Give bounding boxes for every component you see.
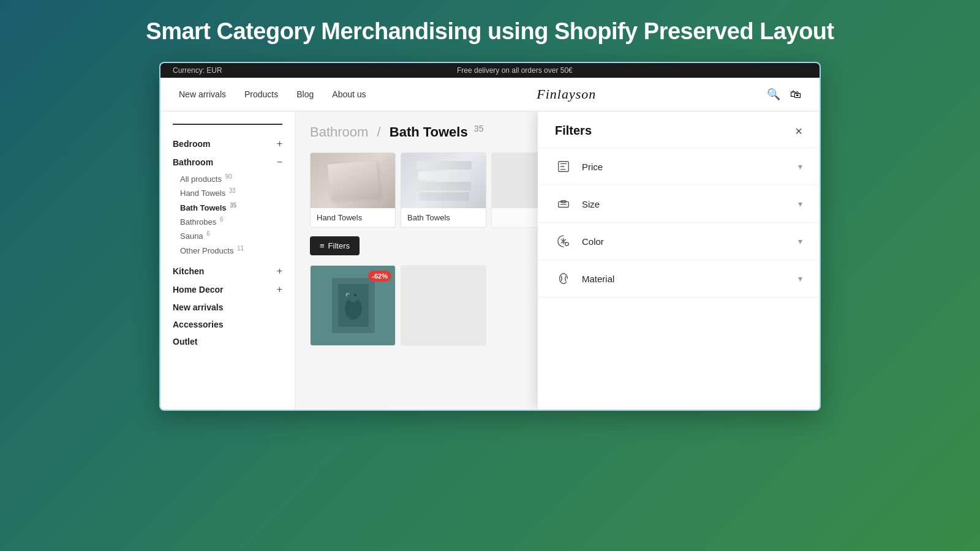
hand-towels-tile-label: Hand Towels <box>311 208 395 227</box>
sidebar-home-decor-label: Home Decor <box>173 285 223 294</box>
sidebar-divider <box>173 124 282 125</box>
nav-new-arrivals[interactable]: New arrivals <box>179 89 226 99</box>
hand-towel-illustration <box>311 153 396 208</box>
color-icon <box>555 233 572 250</box>
sidebar-sub-bath-towels[interactable]: Bath Towels 35 <box>173 200 282 214</box>
store-nav: New arrivals Products Blog About us Finl… <box>160 78 820 111</box>
towel-fold-shape <box>328 160 380 201</box>
material-icon <box>555 270 572 287</box>
sidebar-sub-other[interactable]: Other Products 11 <box>173 243 282 257</box>
sidebar-item-bathroom[interactable]: Bathroom − <box>173 153 282 171</box>
svg-point-2 <box>349 290 358 302</box>
sidebar-new-arrivals-label: New arrivals <box>173 302 224 312</box>
bath-towels-tile-label: Bath Towels <box>401 208 486 227</box>
bird-svg <box>338 284 369 327</box>
towel-stack-3 <box>417 182 471 190</box>
sidebar-home-decor-expand-icon: + <box>277 284 282 295</box>
product-1-image: -62% <box>311 266 396 345</box>
breadcrumb-current: Bath Towels <box>390 124 468 140</box>
main-page-title: Smart Category Merchandising using Shopi… <box>0 18 980 45</box>
nav-right: 🔍 🛍 <box>767 88 801 101</box>
sidebar-item-bedroom[interactable]: Bedroom + <box>173 135 282 153</box>
material-svg <box>557 272 570 285</box>
category-tile-bath-towels[interactable]: Bath Towels <box>401 152 486 228</box>
towel-stack-1 <box>417 161 472 170</box>
color-label: Color <box>582 236 798 247</box>
sidebar-bedroom-expand-icon: + <box>277 138 282 149</box>
filter-item-material[interactable]: Material ▾ <box>538 260 820 298</box>
sidebar-bedroom-label: Bedroom <box>173 139 210 149</box>
sidebar-item-kitchen[interactable]: Kitchen + <box>173 262 282 280</box>
sidebar-sub-hand-towels[interactable]: Hand Towels 33 <box>173 186 282 200</box>
store-sidebar: Bedroom + Bathroom − All products 90 Han… <box>160 111 295 410</box>
search-icon[interactable]: 🔍 <box>767 88 780 101</box>
nav-products[interactable]: Products <box>244 89 278 99</box>
sidebar-item-home-decor[interactable]: Home Decor + <box>173 280 282 299</box>
material-label: Material <box>582 274 798 284</box>
category-tile-hand-towels[interactable]: Hand Towels <box>310 152 396 228</box>
color-chevron-icon: ▾ <box>798 236 802 246</box>
product-card-1[interactable]: -62% <box>310 265 396 346</box>
size-svg <box>557 197 570 211</box>
sidebar-sub-sauna[interactable]: Sauna 6 <box>173 228 282 242</box>
filter-item-price[interactable]: Price ▾ <box>538 148 820 186</box>
sidebar-kitchen-label: Kitchen <box>173 266 204 276</box>
filters-button[interactable]: ≡ Filters <box>310 236 360 255</box>
sidebar-sub-all-products[interactable]: All products 90 <box>173 171 282 186</box>
sidebar-sub-bathrobes[interactable]: Bathrobes 6 <box>173 214 282 228</box>
sidebar-outlet-label: Outlet <box>173 337 197 347</box>
material-chevron-icon: ▾ <box>798 274 802 283</box>
nav-links: New arrivals Products Blog About us <box>179 89 366 99</box>
breadcrumb-separator: / <box>377 124 381 140</box>
delivery-text: Free delivery on all orders over 50€ <box>457 66 573 75</box>
size-chevron-icon: ▾ <box>798 199 802 209</box>
close-icon: × <box>795 124 802 138</box>
store-main: Bedroom + Bathroom − All products 90 Han… <box>160 111 820 410</box>
size-label: Size <box>582 199 798 209</box>
product-card-2[interactable] <box>401 265 486 346</box>
color-svg <box>557 234 570 248</box>
bath-towel-illustration <box>401 153 486 208</box>
store-topbar: Currency: EUR Free delivery on all order… <box>160 63 820 78</box>
filters-button-label: Filters <box>328 241 350 250</box>
filters-panel-title: Filters <box>555 124 592 138</box>
nav-blog[interactable]: Blog <box>296 89 314 99</box>
filter-item-color[interactable]: Color ▾ <box>538 223 820 260</box>
sidebar-accessories-label: Accessories <box>173 320 224 329</box>
sidebar-bathroom-label: Bathroom <box>173 157 213 167</box>
bird-art <box>332 278 375 333</box>
breadcrumb: Bathroom / Bath Towels 35 <box>310 124 483 140</box>
breadcrumb-parent: Bathroom <box>310 124 368 140</box>
filters-icon: ≡ <box>320 241 325 250</box>
breadcrumb-count: 35 <box>474 124 484 133</box>
product-2-image <box>401 266 486 345</box>
store-logo: Finlayson <box>537 86 596 102</box>
towel-stack-2 <box>418 171 470 180</box>
filters-close-button[interactable]: × <box>795 125 802 137</box>
price-icon <box>555 158 572 175</box>
sidebar-item-accessories[interactable]: Accessories <box>173 316 282 333</box>
browser-window: Currency: EUR Free delivery on all order… <box>159 62 821 411</box>
towel-stack-4 <box>419 192 469 201</box>
sidebar-bathroom-collapse-icon: − <box>277 157 282 168</box>
discount-badge: -62% <box>368 271 391 282</box>
size-icon <box>555 195 572 212</box>
price-svg <box>557 160 570 173</box>
bath-towels-tile-image <box>401 153 486 208</box>
currency-label: Currency: EUR <box>173 66 222 75</box>
price-label: Price <box>582 162 798 172</box>
sidebar-kitchen-expand-icon: + <box>277 266 282 277</box>
sidebar-item-outlet[interactable]: Outlet <box>173 333 282 350</box>
page-title-section: Smart Category Merchandising using Shopi… <box>0 18 980 45</box>
hand-towels-tile-image <box>311 153 396 208</box>
cart-icon[interactable]: 🛍 <box>790 88 801 101</box>
price-chevron-icon: ▾ <box>798 162 802 171</box>
svg-point-3 <box>354 294 356 296</box>
filters-panel-header: Filters × <box>538 111 820 148</box>
sidebar-item-new-arrivals[interactable]: New arrivals <box>173 299 282 316</box>
svg-point-7 <box>565 242 569 246</box>
nav-about[interactable]: About us <box>332 89 366 99</box>
filters-panel: Filters × Price ▾ <box>538 111 820 410</box>
filter-item-size[interactable]: Size ▾ <box>538 186 820 223</box>
